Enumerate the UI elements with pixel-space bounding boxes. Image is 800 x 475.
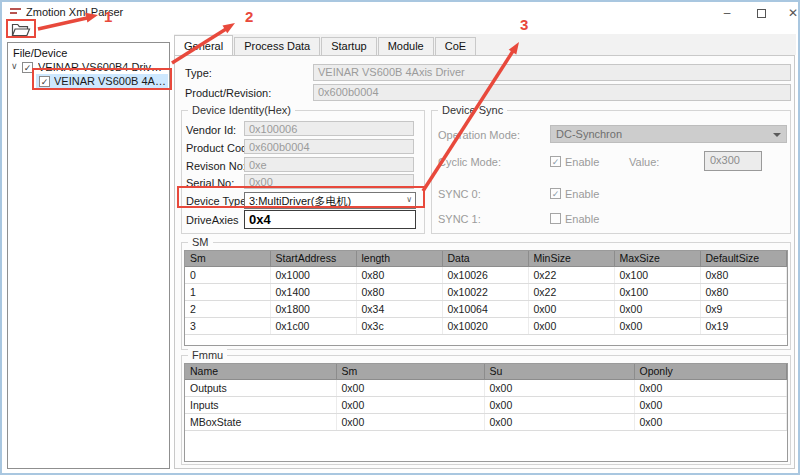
- cyclic-mode-label: Cyclic Mode:: [438, 156, 501, 168]
- device-type-value: 3:MultiDriver(多电机): [249, 195, 351, 207]
- table-cell: 0x00: [634, 396, 787, 413]
- tree-item-vs600b4-driver[interactable]: ∨ ✓ VEINAR VS600B4 Driver 14.x...: [10, 60, 169, 75]
- tree-item-label[interactable]: VEINAR VS600B4 Driver 14.x...: [38, 61, 167, 73]
- header-cell[interactable]: Su: [484, 364, 634, 379]
- tab-general[interactable]: General: [174, 35, 233, 55]
- header-cell[interactable]: Data: [442, 251, 528, 266]
- operation-mode-dropdown: DC-Synchron: [550, 125, 787, 143]
- header-cell[interactable]: MaxSize: [614, 251, 700, 266]
- table-cell: 0x00: [484, 379, 634, 396]
- table-cell: 0x100: [614, 283, 700, 300]
- table-cell: 0x19: [700, 317, 787, 334]
- drive-axies-input[interactable]: 0x4: [244, 210, 416, 229]
- device-tree-panel: File/Device ∨ ✓ VEINAR VS600B4 Driver 14…: [7, 42, 170, 469]
- table-cell: 0x00: [336, 379, 484, 396]
- tab-startup[interactable]: Startup: [321, 37, 376, 55]
- annotation-arrowhead-2: [223, 23, 236, 33]
- table-cell: 0x00: [484, 413, 634, 430]
- device-identity-legend: Device Identity(Hex): [188, 104, 295, 116]
- table-cell: 2: [185, 300, 270, 317]
- table-cell: 1: [185, 283, 270, 300]
- serial-no-field: 0x00: [244, 174, 414, 189]
- header-cell[interactable]: Name: [185, 364, 336, 379]
- header-cell[interactable]: Sm: [336, 364, 484, 379]
- cyclic-value-field: 0x300: [704, 151, 762, 171]
- value-label: Value:: [629, 156, 659, 168]
- sync0-enable-label: Enable: [565, 188, 599, 200]
- table-cell: 0x00: [484, 396, 634, 413]
- vendor-id-label: Vendor Id:: [186, 124, 236, 136]
- tree-item-checkbox[interactable]: ✓: [22, 62, 33, 73]
- table-cell: 0x00: [528, 300, 614, 317]
- table-cell: 0x00: [634, 413, 787, 430]
- general-tab-page: Type: VEINAR VS600B 4Axis Driver Product…: [174, 55, 795, 469]
- table-row[interactable]: 00x10000x800x100260x220x1000x80: [185, 266, 787, 283]
- header-cell[interactable]: DefaultSize: [700, 251, 787, 266]
- type-label: Type:: [185, 67, 212, 79]
- tree-item-checkbox[interactable]: ✓: [39, 76, 50, 87]
- table-cell: 0x00: [336, 413, 484, 430]
- table-cell: 0: [185, 266, 270, 283]
- tree-expand-icon[interactable]: ∨: [11, 61, 18, 71]
- table-cell: 0x00: [614, 317, 700, 334]
- app-window: Zmotion Xml Parser – ✕ File/Device ∨ ✓ V…: [0, 0, 800, 475]
- sync0-label: SYNC 0:: [438, 188, 481, 200]
- table-cell: 0x80: [356, 266, 442, 283]
- type-field: VEINAR VS600B 4Axis Driver: [313, 64, 791, 81]
- table-row[interactable]: 30x1c000x3c0x100200x000x000x19: [185, 317, 787, 334]
- tab-module[interactable]: Module: [378, 37, 434, 55]
- table-row[interactable]: 10x14000x800x100220x220x1000x80: [185, 283, 787, 300]
- revison-no-field: 0xe: [244, 157, 414, 172]
- header-cell[interactable]: Oponly: [634, 364, 787, 379]
- app-icon: [10, 8, 21, 16]
- table-cell: 3: [185, 317, 270, 334]
- sync0-checkbox: ✓: [550, 188, 561, 199]
- table-cell: 0x1800: [270, 300, 356, 317]
- table-row[interactable]: Outputs0x000x000x00: [185, 379, 787, 396]
- table-cell: 0x3c: [356, 317, 442, 334]
- device-type-dropdown[interactable]: 3:MultiDriver(多电机) ∨: [244, 192, 416, 209]
- table-header-row: SmStartAddresslengthDataMinSizeMaxSizeDe…: [185, 251, 787, 266]
- table-cell: 0x22: [528, 283, 614, 300]
- header-cell[interactable]: Sm: [185, 251, 270, 266]
- tree-item-vs600b-4axis-driver[interactable]: ✓ VEINAR VS600B 4Axis Driver: [36, 74, 168, 90]
- revison-no-label: Revison No:: [186, 160, 246, 172]
- chevron-down-icon: ∨: [406, 195, 412, 204]
- sync1-checkbox: [550, 213, 561, 224]
- header-cell[interactable]: StartAddress: [270, 251, 356, 266]
- maximize-button[interactable]: [748, 2, 774, 24]
- tree-item-label[interactable]: VEINAR VS600B 4Axis Driver: [54, 75, 166, 87]
- header-cell[interactable]: MinSize: [528, 251, 614, 266]
- close-button[interactable]: ✕: [780, 2, 800, 24]
- minimize-button[interactable]: –: [714, 2, 740, 24]
- tab-coe[interactable]: CoE: [435, 37, 476, 55]
- product-revision-label: Product/Revision:: [185, 87, 271, 99]
- open-file-button[interactable]: [11, 23, 31, 37]
- table-cell: Outputs: [185, 379, 336, 396]
- maximize-icon: [757, 9, 766, 18]
- table-cell: 0x10022: [442, 283, 528, 300]
- device-identity-groupbox: Device Identity(Hex) Vendor Id: 0x100006…: [181, 110, 425, 234]
- cyclic-enable-label: Enable: [565, 156, 599, 168]
- drive-axies-label: DriveAxies: [186, 214, 239, 226]
- table-cell: 0x00: [336, 396, 484, 413]
- table-cell: 0x00: [528, 317, 614, 334]
- device-sync-groupbox: Device Sync Operation Mode: DC-Synchron …: [431, 110, 791, 234]
- sm-table: SmStartAddresslengthDataMinSizeMaxSizeDe…: [184, 250, 788, 346]
- table-cell: 0x00: [614, 300, 700, 317]
- device-sync-legend: Device Sync: [438, 104, 507, 116]
- table-cell: Inputs: [185, 396, 336, 413]
- table-cell: MBoxState: [185, 413, 336, 430]
- fmmu-legend: Fmmu: [188, 349, 227, 361]
- sm-legend: SM: [188, 236, 213, 248]
- fmmu-table: NameSmSuOponlyOutputs0x000x000x00Inputs0…: [184, 363, 788, 462]
- table-cell: 0x10020: [442, 317, 528, 334]
- table-row[interactable]: 20x18000x340x100640x000x000x9: [185, 300, 787, 317]
- table-cell: 0x00: [634, 379, 787, 396]
- table-row[interactable]: MBoxState0x000x000x00: [185, 413, 787, 430]
- table-row[interactable]: Inputs0x000x000x00: [185, 396, 787, 413]
- header-cell[interactable]: length: [356, 251, 442, 266]
- table-cell: 0x1c00: [270, 317, 356, 334]
- tab-process-data[interactable]: Process Data: [234, 37, 320, 55]
- table-cell: 0x100: [614, 266, 700, 283]
